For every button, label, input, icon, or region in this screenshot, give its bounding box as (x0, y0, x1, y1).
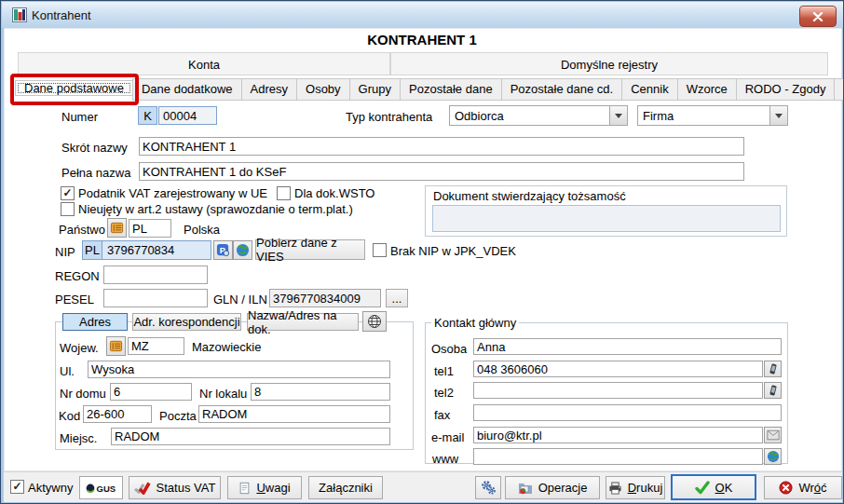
wroc-button[interactable]: Wróć (764, 476, 842, 499)
phone-icon (767, 384, 780, 397)
panstwo-lookup-button[interactable] (107, 218, 127, 238)
nazwa-adres-na-dok-button[interactable]: Nazwa/Adres na dok. (247, 313, 359, 331)
operacje-button[interactable]: Operacje (505, 476, 600, 499)
cancel-icon (779, 481, 793, 495)
zalaczniki-button[interactable]: Załączniki (308, 476, 383, 499)
status-vat-button[interactable]: Status VAT (129, 476, 221, 499)
aktywny-checkbox[interactable]: ✓ (10, 480, 24, 494)
tab-dane-podstawowe[interactable]: Dane podstawowe (15, 80, 133, 96)
close-button[interactable] (799, 6, 837, 27)
regon-input[interactable] (103, 266, 208, 284)
wire-globe-icon (367, 314, 382, 329)
www-label: www (432, 452, 458, 466)
operacje-label: Operacje (538, 481, 588, 495)
page-title: KONTRAHENT 1 (1, 32, 843, 48)
numer-prefix: K (138, 106, 157, 125)
skrot-nazwy-input[interactable] (139, 137, 744, 156)
check-icon (695, 481, 710, 495)
osoba-input[interactable] (473, 338, 782, 355)
uwagi-button[interactable]: Uwagi (227, 476, 302, 499)
list-icon (109, 339, 123, 353)
tab-wzorce[interactable]: Wzorce (677, 78, 737, 101)
dla-dok-wsto-checkbox[interactable]: ✓ (277, 186, 291, 200)
email-input[interactable] (473, 427, 763, 443)
send-email-button[interactable] (764, 427, 782, 443)
www-input[interactable] (473, 448, 763, 465)
miejsc-input[interactable] (111, 428, 390, 445)
gln-input[interactable] (269, 289, 381, 307)
tab-ksef[interactable]: KSeF (834, 78, 844, 101)
open-www-button[interactable] (764, 448, 782, 465)
tab-strip: Dane podstawowe Dane dodatkowe Adresy Os… (16, 78, 844, 101)
tel2-dial-button[interactable] (764, 382, 782, 399)
taxpayer-status-button[interactable]: P (213, 240, 233, 260)
tab-osoby[interactable]: Osoby (296, 78, 350, 101)
drukuj-label: Drukuj (628, 481, 663, 495)
panstwo-code-input[interactable] (129, 219, 171, 238)
tab-rodo-zgody[interactable]: RODO - Zgody (736, 78, 836, 101)
wroc-label: Wróć (798, 481, 826, 495)
kontrahent-dialog: Kontrahent KONTRAHENT 1 Konta Domyślne r… (0, 0, 844, 504)
adr-korespondencji-button[interactable]: Adr. korespondencji (132, 313, 241, 331)
gln-label: GLN / ILN (213, 293, 267, 306)
fax-input[interactable] (473, 404, 782, 421)
adres-globe-button[interactable] (362, 311, 387, 332)
status-vat-icon (134, 482, 151, 495)
list-icon (110, 221, 124, 235)
nip-value[interactable]: 3796770834 (102, 240, 211, 260)
typ-kontrahenta-label: Typ kontrahenta (346, 110, 432, 124)
brak-nip-checkbox[interactable]: ✓ (373, 243, 387, 257)
regon-label: REGON (55, 269, 100, 283)
drukuj-button[interactable]: Drukuj (606, 476, 665, 499)
wojew-code-input[interactable] (128, 337, 184, 355)
tab-adresy[interactable]: Adresy (241, 78, 297, 101)
adres-tab-button[interactable]: Adres (62, 313, 128, 331)
tab-konta[interactable]: Konta (18, 52, 390, 75)
tab-grupy[interactable]: Grupy (349, 78, 401, 101)
poczta-input[interactable] (198, 405, 390, 423)
kod-input[interactable] (83, 405, 152, 423)
pobierz-vies-button[interactable]: Pobierz dane z VIES (255, 239, 365, 260)
nr-lokalu-label: Nr lokalu (199, 387, 247, 401)
podatnik-vat-checkbox[interactable]: ✓ (61, 186, 75, 200)
numer-value[interactable]: 00004 (158, 106, 217, 125)
globe-icon (767, 450, 780, 463)
settings-button[interactable] (475, 476, 501, 499)
miejsc-label: Miejsc. (60, 431, 97, 445)
tab-cennik[interactable]: Cennik (621, 78, 677, 101)
pelna-nazwa-input[interactable] (139, 162, 744, 181)
titlebar[interactable]: Kontrahent (2, 2, 844, 29)
nr-domu-input[interactable] (110, 383, 192, 401)
nr-lokalu-input[interactable] (251, 383, 390, 401)
status-vat-label: Status VAT (157, 481, 216, 495)
nip-globe-button[interactable] (233, 240, 252, 260)
pesel-input[interactable] (103, 289, 208, 307)
dokument-input[interactable] (432, 205, 781, 232)
chevron-down-icon[interactable] (769, 106, 787, 125)
tab-pozostale-dane-cd[interactable]: Pozostałe dane cd. (501, 78, 623, 101)
chevron-down-icon[interactable] (609, 106, 627, 125)
ulica-input[interactable] (88, 361, 390, 378)
taxpayer-status-icon: P (216, 243, 230, 257)
tel1-input[interactable] (473, 361, 763, 377)
wojew-lookup-button[interactable] (106, 336, 126, 356)
ok-button[interactable]: OK (671, 474, 756, 500)
rodzaj-podmiotu-select[interactable]: Firma (637, 105, 788, 126)
typ-kontrahenta-select[interactable]: Odbiorca (449, 105, 628, 126)
tab-domyslne-rejestry[interactable]: Domyślne rejestry (390, 52, 828, 75)
skrot-nazwy-label: Skrót nazwy (61, 141, 128, 155)
gln-more-button[interactable]: ... (386, 289, 408, 307)
pelna-nazwa-label: Pełna nazwa (61, 166, 130, 180)
globe-icon (236, 243, 250, 257)
tab-pozostale-dane[interactable]: Pozostałe dane (400, 78, 502, 101)
nieujety-art2-checkbox[interactable]: ✓ (61, 202, 75, 216)
dokument-group: Dokument stwierdzający tożsamość (425, 185, 787, 237)
gears-icon (481, 480, 497, 496)
numer-label: Numer (61, 110, 98, 124)
tab-dane-dodatkowe[interactable]: Dane dodatkowe (132, 78, 242, 101)
tel1-dial-button[interactable] (764, 361, 782, 377)
phone-icon (767, 362, 780, 375)
tel2-input[interactable] (473, 382, 763, 399)
gus-button[interactable]: GUS (79, 476, 123, 499)
fax-label: fax (434, 408, 450, 422)
